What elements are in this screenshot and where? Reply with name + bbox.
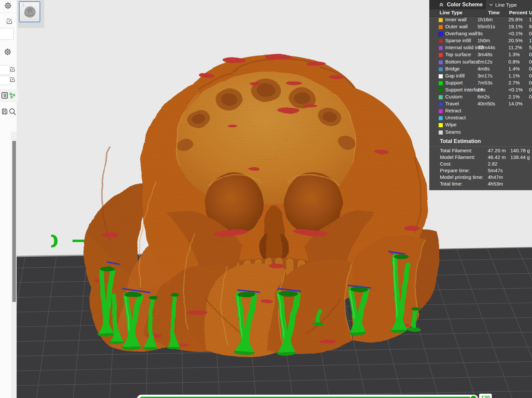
- layer-slider-handle[interactable]: [470, 395, 477, 398]
- line-type-used: 0: [529, 66, 532, 71]
- line-type-percent: 1.3%: [508, 52, 520, 57]
- total-value: 4h47m: [488, 174, 503, 180]
- line-type-percent: 2.7%: [508, 80, 520, 85]
- line-type-time: 4m8s: [477, 66, 490, 71]
- legend-row[interactable]: Bridge4m8s1.4%0: [429, 66, 532, 73]
- line-type-color-chip: [439, 88, 443, 92]
- line-type-percent: 1.1%: [508, 73, 520, 78]
- line-type-time: 1h16m: [477, 17, 493, 22]
- total-row: Prepare time:5m47s: [429, 168, 532, 174]
- edit-icon[interactable]: [10, 66, 15, 72]
- layer-number-badge: 120: [479, 394, 492, 398]
- total-estimation-title: Total Estimation: [429, 138, 532, 146]
- legend-row[interactable]: Bottom surface2m12s0.8%0: [429, 59, 532, 66]
- view-type-select[interactable]: Line Type: [486, 0, 532, 9]
- total-label: Total Filament:: [440, 148, 472, 153]
- line-type-percent: 14.0%: [508, 101, 523, 106]
- sidebar-input[interactable]: [0, 28, 14, 40]
- chevrons-up-icon[interactable]: [439, 2, 444, 7]
- line-type-time: 3m17s: [477, 73, 492, 78]
- line-type-percent: 0.8%: [508, 59, 520, 65]
- line-type-label: Wipe: [445, 122, 457, 127]
- total-value-2: 140.78 g: [510, 148, 530, 153]
- total-label: Cost:: [440, 161, 452, 167]
- search-icon[interactable]: [9, 108, 17, 116]
- total-value: 47.20 m: [488, 148, 506, 153]
- plate-number: 1: [22, 2, 25, 8]
- line-type-color-chip: [439, 116, 443, 120]
- color-scheme-header: Color Scheme Line Type: [429, 0, 532, 9]
- total-row: Total time:4h53m: [429, 181, 532, 188]
- legend-row[interactable]: Sparse infill1h0m20.5%1: [429, 38, 532, 45]
- total-estimation-rows: Total Filament:47.20 m140.78 gModel Fila…: [429, 148, 532, 188]
- total-estimation-divider: [429, 146, 532, 147]
- total-row: Cost:2.82: [429, 161, 532, 168]
- plate-thumbnail-1[interactable]: 1: [19, 1, 40, 22]
- line-type-color-chip: [439, 130, 443, 135]
- legend-row[interactable]: Travel40m50s14.0%: [429, 101, 532, 108]
- total-label: Model printing time:: [440, 174, 483, 180]
- line-type-color-chip: [439, 109, 443, 113]
- total-value: 5m47s: [488, 168, 503, 173]
- line-type-percent: 2.1%: [508, 94, 520, 99]
- line-type-label: Custom: [445, 94, 463, 99]
- line-type-label: Bottom surface: [445, 59, 479, 65]
- column-used: U: [529, 10, 532, 15]
- legend-row[interactable]: Retract: [429, 108, 532, 115]
- line-type-color-chip: [439, 18, 443, 22]
- gear-icon[interactable]: [4, 2, 12, 9]
- total-row: Model printing time:4h47m: [429, 174, 532, 181]
- save-icon[interactable]: [2, 108, 8, 115]
- line-type-label: Overhang wall: [445, 31, 477, 36]
- line-type-percent: <0.1%: [508, 87, 523, 92]
- legend-row[interactable]: Gap infill3m17s1.1%0: [429, 73, 532, 80]
- legend-row[interactable]: Wipe: [429, 122, 532, 129]
- sidebar-input[interactable]: [0, 76, 10, 85]
- line-type-time: 55m51s: [477, 24, 495, 29]
- line-type-time: 2m12s: [477, 59, 492, 65]
- layer-slider[interactable]: [137, 395, 478, 398]
- legend-row[interactable]: Custom6m2s2.1%0: [429, 94, 532, 101]
- gear-icon[interactable]: [4, 48, 11, 56]
- legend-row[interactable]: Seams: [429, 129, 532, 136]
- line-type-used: 0: [529, 94, 532, 99]
- total-row: Model Filament:46.42 m138.44 g: [429, 154, 532, 161]
- legend-row[interactable]: Overhang wall9s<0.1%0: [429, 31, 532, 38]
- list-icon[interactable]: [1, 92, 8, 99]
- line-type-label: Sparse infill: [445, 38, 471, 43]
- line-type-percent: 20.5%: [508, 38, 523, 43]
- line-type-used: 8: [529, 24, 532, 29]
- legend-row[interactable]: Top surface3m48s1.3%0: [429, 52, 532, 59]
- edit-icon[interactable]: [6, 18, 13, 25]
- edit-icon[interactable]: [10, 77, 15, 82]
- slicer-preview-window: { "window": {"app_kind": "3d-print-slice…: [0, 0, 532, 398]
- line-type-time: 7m53s: [477, 80, 492, 85]
- legend-row[interactable]: Support interface16s<0.1%0: [429, 87, 532, 94]
- total-value: 2.82: [488, 161, 497, 167]
- scrollbar-thumb[interactable]: [12, 141, 16, 302]
- line-type-label: Travel: [445, 101, 459, 106]
- line-type-used: 0: [529, 52, 532, 57]
- line-type-percent: 19.1%: [508, 24, 523, 29]
- column-time: Time: [488, 10, 500, 15]
- line-type-color-chip: [439, 39, 443, 43]
- line-type-color-chip: [439, 67, 443, 71]
- line-type-color-chip: [439, 32, 443, 36]
- line-type-color-chip: [439, 81, 443, 85]
- total-label: Model Filament:: [440, 154, 475, 160]
- legend-row[interactable]: Internal solid infill32m44s11.2%5: [429, 45, 532, 52]
- legend-row[interactable]: Support7m53s2.7%0: [429, 80, 532, 87]
- legend-table-header: Line Type Time Percent U: [429, 9, 532, 17]
- line-type-percent: 25.8%: [508, 17, 523, 22]
- tune-icon[interactable]: [9, 92, 16, 99]
- line-type-label: Bridge: [445, 66, 460, 71]
- column-percent: Percent: [509, 10, 527, 15]
- line-type-color-chip: [439, 25, 443, 29]
- color-scheme-title: Color Scheme: [447, 2, 483, 8]
- line-type-label: Seams: [445, 129, 461, 135]
- legend-row[interactable]: Outer wall55m51s19.1%8: [429, 24, 532, 31]
- sidebar-input[interactable]: [0, 65, 10, 75]
- left-sidebar: [0, 0, 17, 398]
- legend-row[interactable]: Unretract: [429, 115, 532, 122]
- legend-row[interactable]: Inner wall1h16m25.8%1: [429, 17, 532, 24]
